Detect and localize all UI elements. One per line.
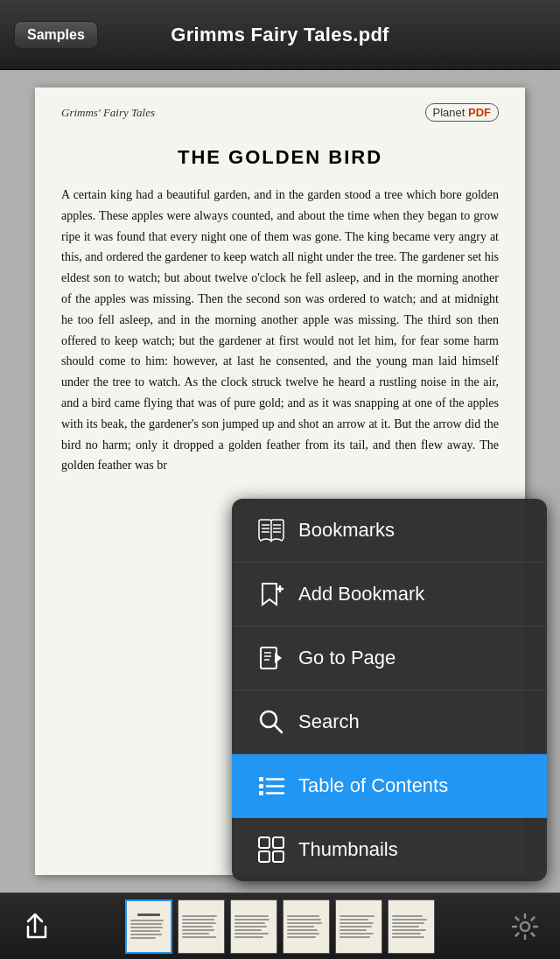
- bookmark-open-icon: [253, 514, 290, 546]
- svg-rect-16: [259, 791, 263, 795]
- svg-rect-20: [259, 837, 270, 848]
- dropdown-menu: Bookmarks Add Bookmark: [232, 499, 547, 881]
- thumbnail-4[interactable]: [283, 900, 330, 954]
- list-icon: [253, 770, 290, 802]
- header: Samples Grimms Fairy Tales.pdf: [0, 0, 560, 70]
- pdf-book-title: Grimms' Fairy Tales: [61, 106, 155, 120]
- svg-point-24: [521, 922, 529, 931]
- chapter-title: THE GOLDEN BIRD: [61, 146, 499, 169]
- menu-item-search[interactable]: Search: [232, 690, 547, 754]
- thumbnails-strip: [125, 900, 435, 954]
- page-area: Grimms' Fairy Tales Planet PDF THE GOLDE…: [0, 70, 560, 892]
- menu-label-thumbnails: Thumbnails: [298, 838, 398, 861]
- thumbnail-1[interactable]: [125, 900, 172, 954]
- svg-rect-22: [259, 851, 270, 862]
- share-button[interactable]: [14, 906, 56, 948]
- svg-rect-23: [273, 851, 284, 862]
- goto-page-icon: [253, 642, 290, 674]
- thumbnail-3[interactable]: [230, 900, 277, 954]
- planet-pdf-logo: Planet PDF: [425, 103, 499, 122]
- menu-label-bookmarks: Bookmarks: [298, 519, 395, 542]
- svg-rect-21: [273, 837, 284, 848]
- thumbnail-6[interactable]: [388, 900, 435, 954]
- svg-rect-14: [259, 777, 263, 781]
- bottom-toolbar: [0, 892, 560, 959]
- pdf-body-text: A certain king had a beautiful garden, a…: [35, 185, 525, 476]
- header-title: Grimms Fairy Tales.pdf: [171, 24, 389, 46]
- menu-item-add-bookmark[interactable]: Add Bookmark: [232, 563, 547, 626]
- settings-button[interactable]: [504, 906, 546, 948]
- svg-rect-15: [259, 784, 263, 788]
- menu-label-go-to-page: Go to Page: [298, 647, 396, 669]
- svg-rect-8: [261, 648, 276, 668]
- samples-button[interactable]: Samples: [14, 21, 98, 49]
- menu-item-table-of-contents[interactable]: Table of Contents: [232, 754, 547, 818]
- menu-item-bookmarks[interactable]: Bookmarks: [232, 499, 547, 563]
- menu-item-thumbnails[interactable]: Thumbnails: [232, 818, 547, 881]
- search-icon: [253, 706, 290, 738]
- pdf-page-header: Grimms' Fairy Tales Planet PDF: [35, 88, 525, 130]
- menu-label-search: Search: [298, 710, 360, 733]
- menu-label-add-bookmark: Add Bookmark: [298, 583, 424, 606]
- bookmark-add-icon: [253, 578, 290, 610]
- thumbnail-5[interactable]: [335, 900, 382, 954]
- svg-line-13: [275, 725, 283, 733]
- thumbnails-icon: [253, 834, 290, 865]
- menu-item-go-to-page[interactable]: Go to Page: [232, 626, 547, 690]
- thumbnail-2[interactable]: [178, 900, 225, 954]
- menu-label-table-of-contents: Table of Contents: [298, 774, 448, 797]
